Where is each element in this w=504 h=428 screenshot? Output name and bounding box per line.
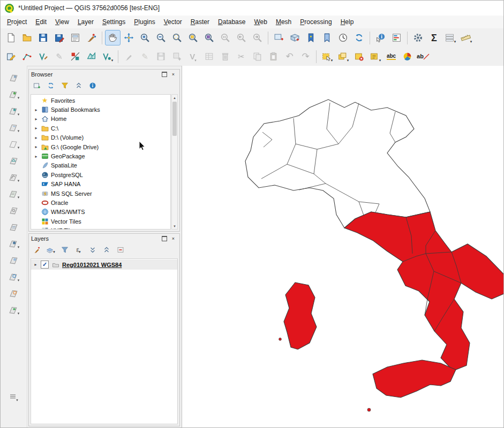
options-button[interactable] xyxy=(410,30,426,45)
manage-map-themes-button[interactable]: ▾ xyxy=(44,244,57,256)
add-feature-button[interactable] xyxy=(169,49,185,64)
digitize-with-segment-button[interactable] xyxy=(19,49,35,64)
deselect-features-button[interactable] xyxy=(351,49,367,64)
rotate-feature-button[interactable] xyxy=(121,49,137,64)
collapse-all-button[interactable] xyxy=(72,80,85,91)
refresh-map-button[interactable] xyxy=(351,30,367,45)
properties-info-button[interactable] xyxy=(86,80,99,91)
add-delimited-text-layer-button[interactable] xyxy=(4,220,24,233)
map-canvas[interactable] xyxy=(182,66,503,427)
cut-features-button[interactable]: ✂ xyxy=(234,49,249,64)
new-3d-map-view-button[interactable] xyxy=(287,30,303,45)
menu-view[interactable]: View xyxy=(51,17,73,27)
save-layer-edits-button[interactable] xyxy=(153,49,169,64)
add-raster-layer-button[interactable]: ▾ xyxy=(4,187,24,200)
pan-to-selection-button[interactable] xyxy=(121,30,137,45)
add-mesh-layer-button[interactable] xyxy=(4,204,24,217)
filter-browser-button[interactable] xyxy=(58,80,71,91)
browser-item-wms[interactable]: WMS/WMTS xyxy=(31,208,170,217)
collapse-all-button[interactable] xyxy=(100,244,112,256)
menu-layer[interactable]: Layer xyxy=(73,17,98,27)
float-panel-button[interactable] xyxy=(160,71,168,78)
add-vector-tile-layer-button[interactable]: ▾ xyxy=(4,303,24,316)
select-by-form-button[interactable]: ▾ xyxy=(367,49,383,64)
browser-item-geopackage[interactable]: ▸GeoPackage xyxy=(31,151,170,160)
vertex-tool-current-layer-button[interactable] xyxy=(35,49,51,64)
toggle-editing-button[interactable]: ✎ xyxy=(137,49,153,64)
menu-edit[interactable]: Edit xyxy=(31,17,51,27)
menu-web[interactable]: Web xyxy=(250,17,271,27)
select-features-button[interactable]: ▾ xyxy=(319,49,335,64)
zoom-full-button[interactable] xyxy=(169,30,185,45)
scroll-thumb[interactable] xyxy=(172,102,177,136)
expander-icon[interactable]: ▸ xyxy=(34,144,39,149)
menu-plugins[interactable]: Plugins xyxy=(130,17,159,27)
add-favorite-button[interactable] xyxy=(31,80,43,91)
menu-mesh[interactable]: Mesh xyxy=(272,17,296,27)
expander-icon[interactable]: ▸ xyxy=(34,117,39,121)
layer-diagrams-button[interactable] xyxy=(400,49,415,64)
show-spatial-bookmarks-button[interactable] xyxy=(319,30,335,45)
browser-item-postgresql[interactable]: PostgreSQL xyxy=(31,170,170,179)
browser-item-g-drive[interactable]: ▸G:\ (Google Drive) xyxy=(31,142,170,151)
browser-item-spatial-bookmarks[interactable]: ▸Spatial Bookmarks xyxy=(31,105,170,114)
style-manager-button[interactable] xyxy=(84,30,99,45)
statistical-summary-button[interactable] xyxy=(389,30,404,45)
add-spatialite-layer-button[interactable] xyxy=(4,254,24,266)
split-features-button[interactable] xyxy=(67,49,83,64)
expander-icon[interactable]: ▸ xyxy=(33,262,38,267)
filter-by-expression-button[interactable]: ε▾ xyxy=(72,244,85,256)
remove-layer-button[interactable] xyxy=(114,244,126,256)
new-shapefile-layer-button[interactable]: ▾ xyxy=(4,104,24,117)
paste-features-button[interactable] xyxy=(266,49,281,64)
menu-vector[interactable]: Vector xyxy=(160,17,186,27)
new-geopackage-layer-button[interactable]: ▾ xyxy=(4,88,24,101)
vertex-tool-button[interactable]: V▾ xyxy=(185,49,201,64)
zoom-to-layer-button[interactable] xyxy=(201,30,217,45)
modify-attributes-button[interactable] xyxy=(201,49,217,64)
browser-item-d-drive[interactable]: ▸D:\ (Volume) xyxy=(31,133,170,142)
new-scratch-layer-button[interactable]: ▾ xyxy=(4,137,24,150)
temporal-controller-button[interactable] xyxy=(335,30,351,45)
new-mesh-layer-button[interactable] xyxy=(4,154,24,167)
filter-legend-button[interactable] xyxy=(58,244,71,256)
label-single-button[interactable]: ab xyxy=(416,49,431,64)
browser-item-home[interactable]: ▸Home xyxy=(31,114,170,124)
scroll-up-button[interactable]: ▲ xyxy=(172,95,177,101)
mesh-digitizing-button[interactable] xyxy=(84,49,99,64)
pan-map-button[interactable] xyxy=(105,30,121,45)
zoom-native-button[interactable] xyxy=(217,30,233,45)
open-project-button[interactable] xyxy=(19,30,35,45)
refresh-browser-button[interactable] xyxy=(44,80,57,91)
zoom-to-selection-button[interactable] xyxy=(185,30,201,45)
float-panel-button[interactable] xyxy=(160,235,168,242)
measure-button[interactable]: ▾ xyxy=(458,30,474,45)
expand-all-button[interactable] xyxy=(86,244,99,256)
close-panel-button[interactable]: × xyxy=(169,71,177,78)
add-vector-layer-button[interactable]: ▾ xyxy=(4,171,24,184)
data-source-manager-button[interactable] xyxy=(4,71,24,84)
expander-icon[interactable]: ▸ xyxy=(34,126,39,131)
layout-list-button[interactable]: ▾ xyxy=(442,30,458,45)
new-project-button[interactable] xyxy=(3,30,19,45)
layer-visibility-checkbox[interactable]: ✓ xyxy=(41,261,49,269)
browser-item-xyz-tiles[interactable]: XYZ Tiles xyxy=(31,226,170,230)
browser-item-sap-hana[interactable]: SAP HANA xyxy=(31,180,170,189)
new-spatialite-layer-button[interactable]: ▾ xyxy=(4,121,24,134)
undo-button[interactable]: ↶ xyxy=(282,49,297,64)
add-postgis-layer-button[interactable]: ▾ xyxy=(4,237,24,250)
zoom-out-button[interactable] xyxy=(153,30,169,45)
zoom-in-button[interactable] xyxy=(137,30,153,45)
browser-item-vector-tiles[interactable]: Vector Tiles xyxy=(31,217,170,226)
browser-item-spatialite[interactable]: SpatiaLite xyxy=(31,161,170,170)
menu-settings[interactable]: Settings xyxy=(98,17,130,27)
vertex-tool-all-layers-button[interactable]: ▾ xyxy=(100,49,115,64)
layer-labeling-button[interactable]: abc xyxy=(383,49,399,64)
expander-icon[interactable]: ▸ xyxy=(34,108,39,112)
copy-features-button[interactable] xyxy=(250,49,265,64)
add-wfs-layer-button[interactable] xyxy=(4,287,24,300)
open-layer-styling-button[interactable] xyxy=(31,244,43,256)
zoom-next-button[interactable] xyxy=(250,30,265,45)
menu-processing[interactable]: Processing xyxy=(296,17,336,27)
save-project-button[interactable] xyxy=(35,30,51,45)
